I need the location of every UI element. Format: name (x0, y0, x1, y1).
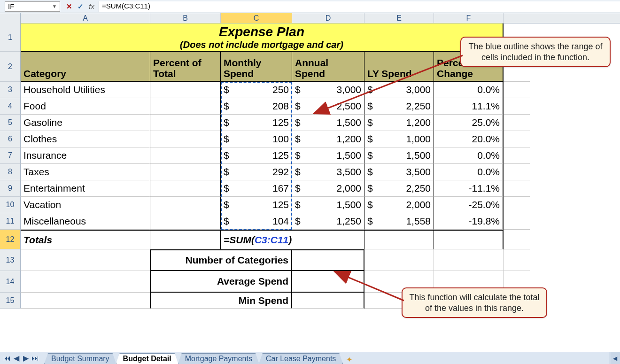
cell-F12[interactable] (434, 230, 504, 249)
cell-monthly[interactable]: $125 (221, 147, 292, 164)
col-header-G[interactable] (504, 13, 530, 23)
row-header-7[interactable]: 7 (0, 147, 21, 164)
cell-G7[interactable] (504, 147, 530, 164)
cell-category[interactable]: Food (21, 98, 150, 115)
summary-avg-spend[interactable]: Average Spend (150, 271, 292, 293)
col-header-B[interactable]: B (150, 13, 221, 23)
row-header-13[interactable]: 13 (0, 249, 21, 271)
cell-pct-change[interactable]: -11.1% (434, 180, 504, 197)
cell-B12[interactable] (150, 230, 221, 249)
totals-label[interactable]: Totals (21, 230, 150, 249)
cell-category[interactable]: Household Utilities (21, 82, 150, 98)
cell-percent-total[interactable] (150, 82, 221, 98)
cell-G10[interactable] (504, 197, 530, 213)
cell-monthly[interactable]: $100 (221, 131, 292, 147)
row-header-6[interactable]: 6 (0, 131, 21, 147)
cell-A15[interactable] (21, 293, 150, 309)
confirm-icon[interactable]: ✓ (76, 2, 85, 11)
cell-monthly[interactable]: $104 (221, 213, 292, 230)
cell-A13[interactable] (21, 249, 150, 271)
cell-A14[interactable] (21, 271, 150, 293)
cell-annual[interactable]: $3,000 (292, 82, 364, 98)
cell-ly[interactable]: $1,558 (364, 213, 434, 230)
cell-pct-change[interactable]: 0.0% (434, 82, 504, 98)
cell-ly[interactable]: $2,250 (364, 98, 434, 115)
row-header-10[interactable]: 10 (0, 197, 21, 213)
cell-ly[interactable]: $1,200 (364, 115, 434, 131)
cell-E13[interactable] (364, 249, 434, 271)
cell-monthly[interactable]: $167 (221, 180, 292, 197)
row-header-15[interactable]: 15 (0, 293, 21, 309)
cell-category[interactable]: Miscellaneous (21, 213, 150, 230)
cell-annual[interactable]: $1,250 (292, 213, 364, 230)
cancel-icon[interactable]: ✕ (65, 2, 73, 11)
cell-annual[interactable]: $2,000 (292, 180, 364, 197)
cell-percent-total[interactable] (150, 213, 221, 230)
cell-ly[interactable]: $2,000 (364, 197, 434, 213)
cell-annual[interactable]: $2,500 (292, 98, 364, 115)
cell-monthly[interactable]: $208 (221, 98, 292, 115)
cell-G6[interactable] (504, 131, 530, 147)
nav-last-icon[interactable]: ⏭ (31, 354, 39, 363)
col-header-F[interactable]: F (434, 13, 504, 23)
cell-ly[interactable]: $1,500 (364, 147, 434, 164)
row-header-14[interactable]: 14 (0, 271, 21, 293)
cell-F13[interactable] (434, 249, 504, 271)
cell-pct-change[interactable]: 0.0% (434, 147, 504, 164)
header-annual-spend[interactable]: Annual Spend (292, 52, 364, 82)
cell-pct-change[interactable]: 20.0% (434, 131, 504, 147)
row-header-12[interactable]: 12 (0, 230, 21, 249)
cell-pct-change[interactable]: -19.8% (434, 213, 504, 230)
cell-annual[interactable]: $3,500 (292, 164, 364, 180)
header-category[interactable]: Category (21, 52, 150, 82)
col-header-D[interactable]: D (292, 13, 364, 23)
cell-category[interactable]: Vacation (21, 197, 150, 213)
cell-pct-change[interactable]: 0.0% (434, 164, 504, 180)
nav-next-icon[interactable]: ▶ (22, 354, 30, 363)
name-box[interactable]: IF ▼ (5, 1, 60, 12)
title-cell[interactable]: Expense Plan (Does not include mortgage … (21, 23, 504, 52)
cell-E12[interactable] (364, 230, 434, 249)
cell-monthly[interactable]: $125 (221, 115, 292, 131)
tab-budget-detail[interactable]: Budget Detail (116, 353, 178, 364)
select-all-corner[interactable] (0, 13, 21, 23)
tab-mortgage-payments[interactable]: Mortgage Payments (178, 353, 259, 364)
cell-ly[interactable]: $1,000 (364, 131, 434, 147)
nav-first-icon[interactable]: ⏮ (3, 354, 11, 363)
cell-monthly[interactable]: $125 (221, 197, 292, 213)
cell-G3[interactable] (504, 82, 530, 98)
row-header-8[interactable]: 8 (0, 164, 21, 180)
cell-G13[interactable] (504, 249, 530, 271)
formula-input[interactable]: =SUM(C3:C11) (99, 1, 620, 12)
row-header-11[interactable]: 11 (0, 213, 21, 230)
col-header-A[interactable]: A (21, 13, 150, 23)
cell-annual[interactable]: $1,500 (292, 115, 364, 131)
cell-ly[interactable]: $2,250 (364, 180, 434, 197)
fx-icon[interactable]: fx (87, 2, 96, 10)
cell-annual[interactable]: $1,200 (292, 131, 364, 147)
cell-category[interactable]: Taxes (21, 164, 150, 180)
row-header-2[interactable]: 2 (0, 52, 21, 82)
cell-G4[interactable] (504, 98, 530, 115)
cell-percent-total[interactable] (150, 147, 221, 164)
dropdown-icon[interactable]: ▼ (52, 4, 57, 9)
cell-percent-total[interactable] (150, 164, 221, 180)
col-header-C[interactable]: C (221, 13, 292, 23)
cell-monthly[interactable]: $292 (221, 164, 292, 180)
cell-ly[interactable]: $3,500 (364, 164, 434, 180)
cell-annual[interactable]: $1,500 (292, 197, 364, 213)
cell-pct-change[interactable]: -25.0% (434, 197, 504, 213)
tab-car-lease-payments[interactable]: Car Lease Payments (259, 353, 343, 364)
nav-prev-icon[interactable]: ◀ (12, 354, 21, 363)
insert-sheet-icon[interactable]: ✦ (342, 355, 356, 364)
cell-G5[interactable] (504, 115, 530, 131)
col-header-E[interactable]: E (364, 13, 434, 23)
cell-category[interactable]: Entertainment (21, 180, 150, 197)
row-header-4[interactable]: 4 (0, 98, 21, 115)
row-header-5[interactable]: 5 (0, 115, 21, 131)
cell-category[interactable]: Insurance (21, 147, 150, 164)
cell-category[interactable]: Clothes (21, 131, 150, 147)
cell-ly[interactable]: $3,000 (364, 82, 434, 98)
cell-percent-total[interactable] (150, 180, 221, 197)
cell-G12[interactable] (504, 230, 530, 249)
